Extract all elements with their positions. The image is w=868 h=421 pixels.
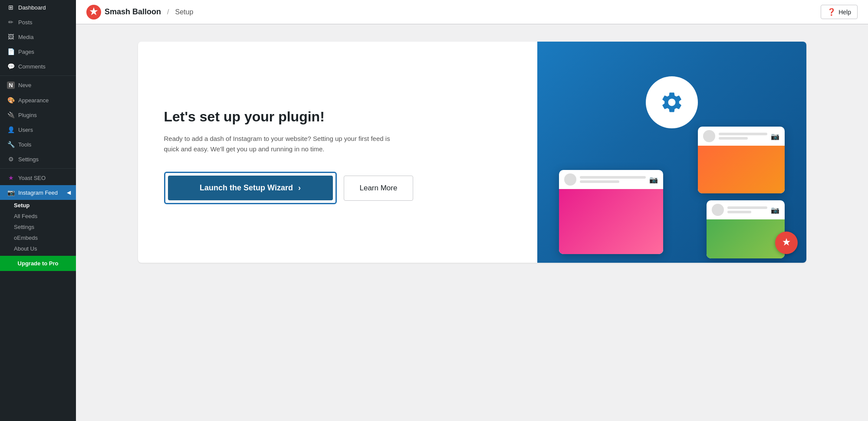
mockup-image-2 <box>698 146 785 193</box>
submenu-item-all-feeds[interactable]: All Feeds <box>0 211 76 222</box>
sidebar-item-tools[interactable]: 🔧 Tools <box>0 137 76 152</box>
mockup-image-3 <box>707 219 785 258</box>
learn-more-button[interactable]: Learn More <box>344 176 414 201</box>
setup-left-pane: Let's set up your plugin! Ready to add a… <box>138 42 537 263</box>
mockup-line-2a <box>719 133 767 135</box>
sidebar-item-media[interactable]: 🖼 Media <box>0 29 76 44</box>
media-icon: 🖼 <box>7 33 15 40</box>
mockup-avatar-1 <box>564 173 576 186</box>
sidebar-divider-1 <box>0 75 76 76</box>
sidebar-item-pages[interactable]: 📄 Pages <box>0 44 76 59</box>
mockup-card-3-header: 📷 <box>707 200 785 219</box>
launch-button-wrapper: Launch the Setup Wizard › <box>164 172 337 204</box>
mockup-image-1 <box>559 189 663 254</box>
users-icon: 👤 <box>7 126 15 133</box>
breadcrumb-page: Setup <box>175 8 193 16</box>
setup-title: Let's set up your plugin! <box>164 109 511 125</box>
smash-balloon-logo-icon <box>86 5 101 20</box>
yoast-icon: ★ <box>7 174 15 181</box>
help-button[interactable]: ❓ Help <box>821 5 858 19</box>
main-area: Smash Balloon / Setup ❓ Help Let's set u… <box>76 0 868 421</box>
brand-logo: Smash Balloon <box>86 5 161 20</box>
posts-icon: ✏ <box>7 19 15 26</box>
topbar-brand: Smash Balloon / Setup <box>86 5 193 20</box>
mockup-card-1: 📷 <box>559 170 663 254</box>
smash-balloon-float-button[interactable] <box>775 232 798 254</box>
topbar: Smash Balloon / Setup ❓ Help <box>76 0 868 24</box>
setup-right-pane: 📷 📷 <box>537 42 806 263</box>
sidebar-item-dashboard[interactable]: ⊞ Dashboard <box>0 0 76 15</box>
mockup-avatar-3 <box>712 204 724 216</box>
gear-icon <box>660 90 684 114</box>
neve-icon: N <box>7 82 15 89</box>
instagram-logo-icon-1: 📷 <box>649 176 658 184</box>
plugins-icon: 🔌 <box>7 111 15 118</box>
submenu-item-settings[interactable]: Settings <box>0 222 76 232</box>
dashboard-icon: ⊞ <box>7 4 15 11</box>
submenu-item-about-us[interactable]: About Us <box>0 243 76 254</box>
mockup-card-2-header: 📷 <box>698 127 785 146</box>
launch-setup-wizard-button[interactable]: Launch the Setup Wizard › <box>168 176 333 200</box>
sidebar-item-neve[interactable]: N Neve <box>0 78 76 93</box>
mockup-lines-2 <box>719 133 767 140</box>
mockup-line-3a <box>727 206 767 209</box>
comments-icon: 💬 <box>7 63 15 70</box>
sidebar-item-posts[interactable]: ✏ Posts <box>0 15 76 29</box>
mockup-line-1a <box>580 176 646 179</box>
upgrade-to-pro-button[interactable]: Upgrade to Pro <box>0 256 76 271</box>
sidebar-item-settings[interactable]: ⚙ Settings <box>0 152 76 166</box>
appearance-icon: 🎨 <box>7 97 15 104</box>
smash-float-icon <box>781 237 792 248</box>
breadcrumb-separator: / <box>167 8 169 16</box>
setup-description: Ready to add a dash of Instagram to your… <box>164 134 407 154</box>
setup-actions: Launch the Setup Wizard › Learn More <box>164 172 511 204</box>
content-area: Let's set up your plugin! Ready to add a… <box>76 24 868 421</box>
sidebar-item-appearance[interactable]: 🎨 Appearance <box>0 93 76 108</box>
sidebar: ⊞ Dashboard ✏ Posts 🖼 Media 📄 Pages 💬 Co… <box>0 0 76 421</box>
sidebar-item-comments[interactable]: 💬 Comments <box>0 59 76 74</box>
pages-icon: 📄 <box>7 48 15 55</box>
mockup-card-2: 📷 <box>698 127 785 193</box>
mockup-line-1b <box>580 180 619 183</box>
sidebar-item-users[interactable]: 👤 Users <box>0 122 76 137</box>
arrow-icon: › <box>298 183 301 193</box>
mockup-lines-3 <box>727 206 767 213</box>
submenu-item-oembeds[interactable]: oEmbeds <box>0 232 76 243</box>
settings-icon: ⚙ <box>7 156 15 163</box>
mockup-line-3b <box>727 211 751 213</box>
mockup-card-1-header: 📷 <box>559 170 663 189</box>
mockup-container: 📷 📷 <box>550 115 793 263</box>
mockup-avatar-2 <box>703 130 715 142</box>
setup-card: Let's set up your plugin! Ready to add a… <box>138 42 806 263</box>
tools-icon: 🔧 <box>7 141 15 148</box>
help-icon: ❓ <box>827 8 836 16</box>
mockup-line-2b <box>719 137 748 140</box>
mockup-lines-1 <box>580 176 646 183</box>
instagram-arrow: ◀ <box>67 189 71 196</box>
sidebar-item-instagram[interactable]: 📷 Instagram Feed ◀ <box>0 185 76 200</box>
sidebar-divider-2 <box>0 168 76 169</box>
instagram-logo-icon-3: 📷 <box>771 206 779 214</box>
instagram-icon: 📷 <box>7 189 15 196</box>
instagram-logo-icon-2: 📷 <box>771 132 779 140</box>
mockup-card-3: 📷 <box>707 200 785 258</box>
submenu-item-setup[interactable]: Setup <box>0 200 76 211</box>
sidebar-item-yoast[interactable]: ★ Yoast SEO <box>0 170 76 185</box>
sidebar-item-plugins[interactable]: 🔌 Plugins <box>0 108 76 122</box>
